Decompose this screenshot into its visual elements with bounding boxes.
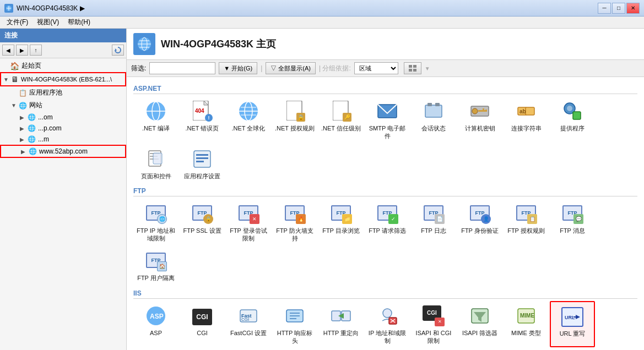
icon-net-error[interactable]: 404 ! .NET 错误页 <box>180 96 225 143</box>
machine-key-icon <box>469 100 491 122</box>
icon-url-rewrite[interactable]: URL URL 重写 <box>550 301 595 348</box>
close-button[interactable]: ✕ <box>626 3 640 14</box>
icon-ftp-auth[interactable]: FTP 👤 FTP 身份验证 <box>457 199 502 245</box>
ftp-req-icon: FTP ✓ <box>376 203 398 225</box>
net-global-label: .NET 全球化 <box>232 124 266 132</box>
icon-cgi[interactable]: CGI CGI <box>180 301 225 348</box>
menu-view[interactable]: 视图(V) <box>33 17 63 28</box>
ip-limit-label: IP 地址和域限制 <box>367 329 407 345</box>
icon-ftp-fw[interactable]: FTP 🔥 FTP 防火墙支持 <box>272 199 317 245</box>
icon-ftp-req[interactable]: FTP ✓ FTP 请求筛选 <box>365 199 410 245</box>
sidebar-item-site1[interactable]: ▶ 🌐 ...om <box>0 112 126 123</box>
icon-net-auth[interactable]: 🔒 .NET 授权规则 <box>272 96 317 143</box>
icon-net-compile[interactable]: .NET 编译 <box>133 96 178 143</box>
icon-isapi-cgi[interactable]: CGI ✕ ISAPI 和 CGI 限制 <box>411 301 456 348</box>
view-button[interactable] <box>404 62 421 74</box>
tree-expand: ▼ <box>3 76 11 83</box>
section-aspnet-label: ASP.NET <box>133 85 637 94</box>
app-icon <box>4 4 13 13</box>
group-select[interactable]: 区域 <box>354 62 398 74</box>
filter-label: 筛选: <box>131 64 146 73</box>
icon-http-redir[interactable]: HTTP 重定向 <box>318 301 364 348</box>
svg-rect-27 <box>425 105 442 117</box>
page-title: WIN-4OGP4G4583K 主页 <box>161 37 276 51</box>
sidebar-item-site4[interactable]: ▶ 🌐 www.52abp.com <box>0 145 126 158</box>
svg-marker-3 <box>115 48 117 52</box>
sidebar: 连接 ◀ ▶ ↑ 🏠 起始页 ▼ 🖥 WIN-4OGP4G4583K (EBS-… <box>0 29 127 350</box>
icon-net-global[interactable]: .NET 全球化 <box>226 96 271 143</box>
section-ftp-label: FTP <box>133 187 637 196</box>
icon-ftp-perm[interactable]: FTP 📋 FTP 授权规则 <box>504 199 549 245</box>
icon-session[interactable]: 会话状态 <box>411 96 456 143</box>
icon-ip-limit[interactable]: IP 地址和域限制 <box>365 301 410 348</box>
smtp-icon <box>376 100 398 122</box>
url-rewrite-label: URL 重写 <box>560 330 586 337</box>
http-resp-label: HTTP 响应标头 <box>275 329 315 345</box>
svg-rect-28 <box>427 103 432 106</box>
net-trust-label: .NET 信任级别 <box>321 124 361 132</box>
icon-pages[interactable]: 页面和控件 <box>133 144 178 183</box>
icon-ftp-ssl[interactable]: FTP 🔒 FTP SSL 设置 <box>180 199 225 245</box>
globe-icon-2: 🌐 <box>28 124 36 132</box>
up-button[interactable]: ↑ <box>30 45 42 56</box>
icon-provider[interactable]: 提供程序 <box>550 96 595 143</box>
menu-help[interactable]: 帮助(H) <box>63 17 95 28</box>
icon-http-resp[interactable]: HTTP 响应标头 <box>272 301 317 348</box>
menu-file[interactable]: 文件(F) <box>2 17 33 28</box>
filter-bar: 筛选: ▼ 开始(G) | ▽ 全部显示(A) | 分组依据: 区域 ▼ <box>127 60 644 77</box>
icon-appset[interactable]: 应用程序设置 <box>180 144 225 183</box>
sidebar-item-sites[interactable]: ▼ 🌐 网站 <box>0 99 126 112</box>
icon-machine-key[interactable]: 计算机密钥 <box>457 96 502 143</box>
sidebar-item-site2[interactable]: ▶ 🌐 ...p.com <box>0 123 126 134</box>
svg-text:ab: ab <box>519 108 526 114</box>
icon-ftp-log[interactable]: FTP 📄 FTP 日志 <box>411 199 456 245</box>
sidebar-item-apppool[interactable]: 📋 应用程序池 <box>0 86 126 99</box>
conn-string-icon: ab <box>515 100 537 122</box>
sidebar-item-server[interactable]: ▼ 🖥 WIN-4OGP4G4583K (EBS-621...\ <box>0 72 126 86</box>
home-icon: 🏠 <box>10 62 19 70</box>
section-iis-label: IIS <box>133 289 637 299</box>
svg-text:ASP: ASP <box>150 313 164 320</box>
icon-isapi-filter[interactable]: ISAPI 筛选器 <box>457 301 502 348</box>
icon-ftp-login[interactable]: FTP ✕ FTP 登录尝试限制 <box>226 199 271 245</box>
icon-net-trust[interactable]: 🔑 .NET 信任级别 <box>318 96 364 143</box>
sidebar-apppool-label: 应用程序池 <box>29 88 62 97</box>
back-button[interactable]: ◀ <box>2 45 14 56</box>
icon-conn-string[interactable]: ab 连接字符串 <box>504 96 549 143</box>
minimize-button[interactable]: ─ <box>598 3 611 14</box>
sidebar-content: 🏠 起始页 ▼ 🖥 WIN-4OGP4G4583K (EBS-621...\ 📋… <box>0 58 126 350</box>
svg-text:CGI: CGI <box>241 317 249 322</box>
isapi-cgi-icon: CGI ✕ <box>423 305 445 327</box>
ftp-user-label: FTP 用户隔离 <box>137 274 175 282</box>
sidebar-header: 连接 <box>0 29 126 42</box>
icon-ftp-ip[interactable]: FTP 🌐 FTP IP 地址和域限制 <box>133 199 178 245</box>
appset-icon <box>191 148 213 170</box>
sidebar-toolbar: ◀ ▶ ↑ <box>0 42 126 58</box>
icon-mime[interactable]: MIME MIME 类型 <box>504 301 549 348</box>
ftp-auth-label: FTP 身份验证 <box>461 227 499 234</box>
icon-asp[interactable]: ASP ASP <box>133 301 178 348</box>
conn-string-label: 连接字符串 <box>511 124 542 132</box>
session-label: 会话状态 <box>421 124 446 132</box>
content-header: WIN-4OGP4G4583K 主页 <box>127 29 644 60</box>
ftp-msg-icon: FTP 💬 <box>561 203 583 225</box>
content-header-icon <box>133 33 155 55</box>
icon-fastcgi[interactable]: FastCGI FastCGI 设置 <box>226 301 271 348</box>
icon-ftp-msg[interactable]: FTP 💬 FTP 消息 <box>550 199 595 245</box>
view-icon: ▼ <box>425 65 430 72</box>
refresh-button[interactable] <box>112 45 124 56</box>
filter-all-button[interactable]: ▽ 全部显示(A) <box>266 62 316 74</box>
icon-ftp-user[interactable]: FTP 🏠 FTP 用户隔离 <box>133 246 178 285</box>
forward-button[interactable]: ▶ <box>16 45 28 56</box>
sidebar-item-site3[interactable]: ▶ 🌐 ...m <box>0 134 126 145</box>
filter-input[interactable] <box>149 62 215 74</box>
maximize-button[interactable]: □ <box>612 3 625 14</box>
ftp-ip-label: FTP IP 地址和域限制 <box>136 227 176 243</box>
connections-label: 连接 <box>4 31 18 40</box>
pipe-divider: | <box>261 64 262 72</box>
filter-start-button[interactable]: ▼ 开始(G) <box>219 62 257 74</box>
icon-smtp[interactable]: SMTP 电子邮件 <box>365 96 410 143</box>
icon-ftp-browse[interactable]: FTP 📁 FTP 目录浏览 <box>318 199 364 245</box>
sidebar-item-home[interactable]: 🏠 起始页 <box>0 59 126 72</box>
svg-rect-47 <box>196 154 208 156</box>
